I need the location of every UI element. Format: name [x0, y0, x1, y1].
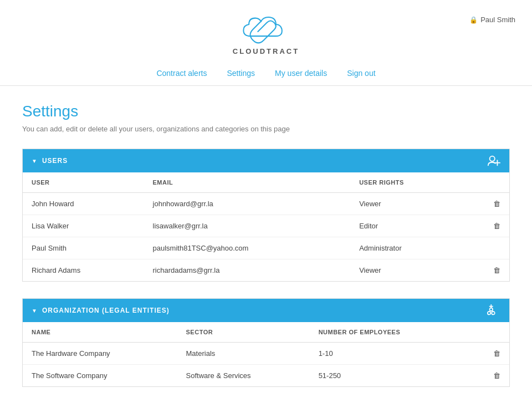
org-sector-cell: Materials — [177, 343, 310, 365]
users-table: USER EMAIL USER RIGHTS John Howard johnh… — [23, 172, 509, 281]
user-email-cell: lisawalker@grr.la — [144, 215, 351, 237]
nav-sign-out[interactable]: Sign out — [347, 69, 375, 78]
table-row: The Software Company Software & Services… — [23, 365, 509, 387]
user-rights-cell: Administrator — [350, 237, 464, 259]
main-nav: Contract alerts Settings My user details… — [156, 61, 375, 85]
add-user-button[interactable] — [487, 155, 500, 167]
org-employees-cell: 1-10 — [310, 343, 469, 365]
user-email-cell: paulsmith81TSC@yahoo.com — [144, 237, 351, 259]
table-row: Paul Smith paulsmith81TSC@yahoo.com Admi… — [23, 237, 509, 259]
page-title: Settings — [22, 103, 510, 120]
org-col-name: NAME — [23, 322, 177, 343]
svg-point-0 — [490, 156, 495, 161]
users-section: ▼ USERS USER EMAIL USER RIGHTS — [22, 149, 510, 282]
org-col-sector: SECTOR — [177, 322, 310, 343]
nav-settings[interactable]: Settings — [227, 69, 255, 78]
users-section-header: ▼ USERS — [23, 149, 509, 172]
users-col-rights: USER RIGHTS — [350, 172, 464, 193]
page-subtitle: You can add, edit or delete all your use… — [22, 125, 510, 133]
lock-icon: 🔒 — [469, 16, 478, 24]
user-email-cell: richardadams@grr.la — [144, 259, 351, 282]
user-info: 🔒 Paul Smith — [469, 16, 515, 24]
user-rights-cell: Viewer — [350, 193, 464, 215]
table-row: John Howard johnhoward@grr.la Viewer 🗑 — [23, 193, 509, 215]
logo-icon — [238, 10, 294, 46]
svg-point-3 — [488, 312, 491, 315]
user-rights-cell: Viewer — [350, 259, 464, 282]
add-org-button[interactable] — [486, 304, 500, 317]
org-chevron-icon[interactable]: ▼ — [32, 308, 38, 314]
user-name-cell: John Howard — [23, 193, 144, 215]
delete-user-button[interactable]: 🗑 — [464, 193, 509, 215]
user-name-cell: Richard Adams — [23, 259, 144, 282]
org-col-employees: NUMBER OF EMPLOYEES — [310, 322, 469, 343]
table-row: The Hardware Company Materials 1-10 🗑 — [23, 343, 509, 365]
user-name: Paul Smith — [480, 16, 515, 24]
org-section: ▼ ORGANIZATION (LEGAL ENTITIES) NAME SEC… — [22, 298, 510, 387]
org-name-cell: The Hardware Company — [23, 343, 177, 365]
svg-point-4 — [492, 312, 495, 315]
user-email-cell: johnhoward@grr.la — [144, 193, 351, 215]
users-col-action — [464, 172, 509, 193]
org-sector-cell: Software & Services — [177, 365, 310, 387]
delete-user-button[interactable]: 🗑 — [464, 215, 509, 237]
org-table: NAME SECTOR NUMBER OF EMPLOYEES The Hard… — [23, 322, 509, 386]
delete-user-button[interactable]: 🗑 — [464, 259, 509, 282]
org-employees-cell: 51-250 — [310, 365, 469, 387]
nav-my-user-details[interactable]: My user details — [275, 69, 327, 78]
users-section-title: ▼ USERS — [32, 157, 68, 165]
org-section-title: ▼ ORGANIZATION (LEGAL ENTITIES) — [32, 307, 170, 314]
user-name-cell: Paul Smith — [23, 237, 144, 259]
main-content: Settings You can add, edit or delete all… — [11, 86, 521, 418]
users-col-user: USER — [23, 172, 144, 193]
org-name-cell: The Software Company — [23, 365, 177, 387]
logo: CLOUDTRACT — [233, 10, 299, 55]
header: CLOUDTRACT 🔒 Paul Smith Contract alerts … — [0, 0, 532, 86]
delete-org-button[interactable]: 🗑 — [469, 365, 509, 387]
header-top: CLOUDTRACT 🔒 Paul Smith — [0, 10, 532, 61]
user-rights-cell: Editor — [350, 215, 464, 237]
nav-contract-alerts[interactable]: Contract alerts — [156, 69, 207, 78]
org-section-header: ▼ ORGANIZATION (LEGAL ENTITIES) — [23, 299, 509, 322]
delete-org-button[interactable]: 🗑 — [469, 343, 509, 365]
table-row: Lisa Walker lisawalker@grr.la Editor 🗑 — [23, 215, 509, 237]
org-col-action — [469, 322, 509, 343]
brand-name: CLOUDTRACT — [233, 47, 299, 55]
table-row: Richard Adams richardadams@grr.la Viewer… — [23, 259, 509, 282]
user-name-cell: Lisa Walker — [23, 215, 144, 237]
delete-user-button — [464, 237, 509, 259]
users-chevron-icon[interactable]: ▼ — [32, 158, 38, 164]
users-col-email: EMAIL — [144, 172, 351, 193]
